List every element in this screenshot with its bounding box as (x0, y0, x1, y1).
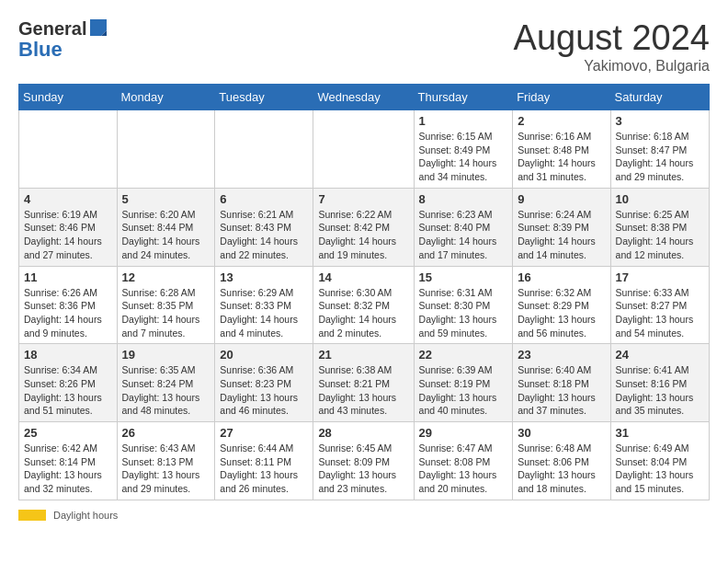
day-info: Sunrise: 6:39 AMSunset: 8:19 PMDaylight:… (419, 363, 508, 418)
week-row-3: 18Sunrise: 6:34 AMSunset: 8:26 PMDayligh… (19, 344, 710, 422)
day-header-friday: Friday (513, 85, 610, 110)
day-number: 28 (318, 426, 408, 440)
calendar-cell: 25Sunrise: 6:42 AMSunset: 8:14 PMDayligh… (19, 422, 118, 500)
day-info: Sunrise: 6:42 AMSunset: 8:14 PMDaylight:… (24, 442, 112, 496)
daylight-label: Daylight hours (53, 510, 118, 521)
day-number: 4 (24, 192, 112, 206)
day-number: 24 (616, 348, 704, 362)
day-info: Sunrise: 6:20 AMSunset: 8:44 PMDaylight:… (122, 208, 210, 262)
calendar-cell: 7Sunrise: 6:22 AMSunset: 8:42 PMDaylight… (313, 188, 414, 266)
day-info: Sunrise: 6:33 AMSunset: 8:27 PMDaylight:… (616, 286, 704, 340)
logo-row: General (18, 18, 108, 40)
day-number: 6 (220, 192, 308, 206)
day-number: 1 (419, 114, 508, 128)
day-header-row: SundayMondayTuesdayWednesdayThursdayFrid… (19, 85, 710, 110)
day-info: Sunrise: 6:28 AMSunset: 8:35 PMDaylight:… (122, 286, 210, 340)
day-number: 17 (616, 270, 704, 284)
day-number: 11 (24, 270, 112, 284)
day-number: 9 (518, 192, 605, 206)
day-number: 18 (24, 348, 112, 362)
day-header-thursday: Thursday (414, 85, 513, 110)
day-number: 10 (616, 192, 704, 206)
day-number: 22 (419, 348, 508, 362)
calendar-cell: 12Sunrise: 6:28 AMSunset: 8:35 PMDayligh… (117, 266, 215, 344)
day-number: 23 (518, 348, 605, 362)
calendar-cell: 29Sunrise: 6:47 AMSunset: 8:08 PMDayligh… (414, 422, 513, 500)
day-info: Sunrise: 6:15 AMSunset: 8:49 PMDaylight:… (419, 130, 508, 184)
calendar-cell: 16Sunrise: 6:32 AMSunset: 8:29 PMDayligh… (513, 266, 610, 344)
location-subtitle: Yakimovo, Bulgaria (514, 58, 710, 75)
calendar-cell: 26Sunrise: 6:43 AMSunset: 8:13 PMDayligh… (117, 422, 215, 500)
day-number: 31 (616, 426, 704, 440)
day-number: 19 (122, 348, 210, 362)
day-info: Sunrise: 6:38 AMSunset: 8:21 PMDaylight:… (318, 363, 408, 418)
calendar-cell: 6Sunrise: 6:21 AMSunset: 8:43 PMDaylight… (215, 188, 313, 266)
week-row-2: 11Sunrise: 6:26 AMSunset: 8:36 PMDayligh… (19, 266, 710, 344)
calendar-table: SundayMondayTuesdayWednesdayThursdayFrid… (18, 84, 710, 500)
calendar-cell (19, 110, 118, 189)
calendar-cell: 10Sunrise: 6:25 AMSunset: 8:38 PMDayligh… (610, 188, 709, 266)
calendar-cell: 3Sunrise: 6:18 AMSunset: 8:47 PMDaylight… (610, 110, 709, 189)
day-header-monday: Monday (117, 85, 215, 110)
calendar-cell: 22Sunrise: 6:39 AMSunset: 8:19 PMDayligh… (414, 344, 513, 422)
calendar-cell: 31Sunrise: 6:49 AMSunset: 8:04 PMDayligh… (610, 422, 709, 500)
day-number: 13 (220, 270, 308, 284)
calendar-cell (117, 110, 215, 189)
day-number: 8 (419, 192, 508, 206)
calendar-cell: 18Sunrise: 6:34 AMSunset: 8:26 PMDayligh… (19, 344, 118, 422)
calendar-cell: 27Sunrise: 6:44 AMSunset: 8:11 PMDayligh… (215, 422, 313, 500)
day-number: 20 (220, 348, 308, 362)
day-info: Sunrise: 6:18 AMSunset: 8:47 PMDaylight:… (616, 130, 704, 184)
day-info: Sunrise: 6:40 AMSunset: 8:18 PMDaylight:… (518, 363, 605, 418)
logo-icon (88, 17, 108, 38)
calendar-cell: 4Sunrise: 6:19 AMSunset: 8:46 PMDaylight… (19, 188, 118, 266)
day-info: Sunrise: 6:25 AMSunset: 8:38 PMDaylight:… (616, 208, 704, 262)
day-info: Sunrise: 6:30 AMSunset: 8:32 PMDaylight:… (318, 286, 408, 340)
day-number: 21 (318, 348, 408, 362)
day-info: Sunrise: 6:16 AMSunset: 8:48 PMDaylight:… (518, 130, 605, 184)
day-number: 15 (419, 270, 508, 284)
day-info: Sunrise: 6:26 AMSunset: 8:36 PMDaylight:… (24, 286, 112, 340)
page-header: General Blue August 2024 Yakimovo, Bulga… (18, 18, 710, 75)
calendar-cell: 13Sunrise: 6:29 AMSunset: 8:33 PMDayligh… (215, 266, 313, 344)
week-row-4: 25Sunrise: 6:42 AMSunset: 8:14 PMDayligh… (19, 422, 710, 500)
day-number: 7 (318, 192, 408, 206)
day-info: Sunrise: 6:19 AMSunset: 8:46 PMDaylight:… (24, 208, 112, 262)
day-header-tuesday: Tuesday (215, 85, 313, 110)
day-info: Sunrise: 6:29 AMSunset: 8:33 PMDaylight:… (220, 286, 308, 340)
week-row-1: 4Sunrise: 6:19 AMSunset: 8:46 PMDaylight… (19, 188, 710, 266)
logo-general-text: General (18, 18, 86, 40)
calendar-cell: 21Sunrise: 6:38 AMSunset: 8:21 PMDayligh… (313, 344, 414, 422)
day-info: Sunrise: 6:21 AMSunset: 8:43 PMDaylight:… (220, 208, 308, 262)
day-info: Sunrise: 6:48 AMSunset: 8:06 PMDaylight:… (518, 442, 605, 496)
day-number: 5 (122, 192, 210, 206)
calendar-cell (313, 110, 414, 189)
day-info: Sunrise: 6:47 AMSunset: 8:08 PMDaylight:… (419, 442, 508, 496)
calendar-cell: 15Sunrise: 6:31 AMSunset: 8:30 PMDayligh… (414, 266, 513, 344)
day-info: Sunrise: 6:44 AMSunset: 8:11 PMDaylight:… (220, 442, 308, 496)
calendar-cell: 23Sunrise: 6:40 AMSunset: 8:18 PMDayligh… (513, 344, 610, 422)
day-info: Sunrise: 6:31 AMSunset: 8:30 PMDaylight:… (419, 286, 508, 340)
day-info: Sunrise: 6:41 AMSunset: 8:16 PMDaylight:… (616, 363, 704, 418)
calendar-cell: 17Sunrise: 6:33 AMSunset: 8:27 PMDayligh… (610, 266, 709, 344)
day-number: 16 (518, 270, 605, 284)
day-number: 3 (616, 114, 704, 128)
day-info: Sunrise: 6:24 AMSunset: 8:39 PMDaylight:… (518, 208, 605, 262)
day-number: 14 (318, 270, 408, 284)
day-number: 26 (122, 426, 210, 440)
day-header-sunday: Sunday (19, 85, 118, 110)
calendar-cell: 2Sunrise: 6:16 AMSunset: 8:48 PMDaylight… (513, 110, 610, 189)
day-number: 27 (220, 426, 308, 440)
day-number: 2 (518, 114, 605, 128)
footer: Daylight hours (18, 510, 710, 521)
daylight-bar-icon (18, 510, 46, 521)
day-info: Sunrise: 6:49 AMSunset: 8:04 PMDaylight:… (616, 442, 704, 496)
calendar-cell: 19Sunrise: 6:35 AMSunset: 8:24 PMDayligh… (117, 344, 215, 422)
day-info: Sunrise: 6:36 AMSunset: 8:23 PMDaylight:… (220, 363, 308, 418)
day-number: 30 (518, 426, 605, 440)
calendar-cell: 24Sunrise: 6:41 AMSunset: 8:16 PMDayligh… (610, 344, 709, 422)
calendar-cell: 1Sunrise: 6:15 AMSunset: 8:49 PMDaylight… (414, 110, 513, 189)
month-year-title: August 2024 (514, 18, 710, 58)
title-block: August 2024 Yakimovo, Bulgaria (514, 18, 710, 75)
day-info: Sunrise: 6:34 AMSunset: 8:26 PMDaylight:… (24, 363, 112, 418)
